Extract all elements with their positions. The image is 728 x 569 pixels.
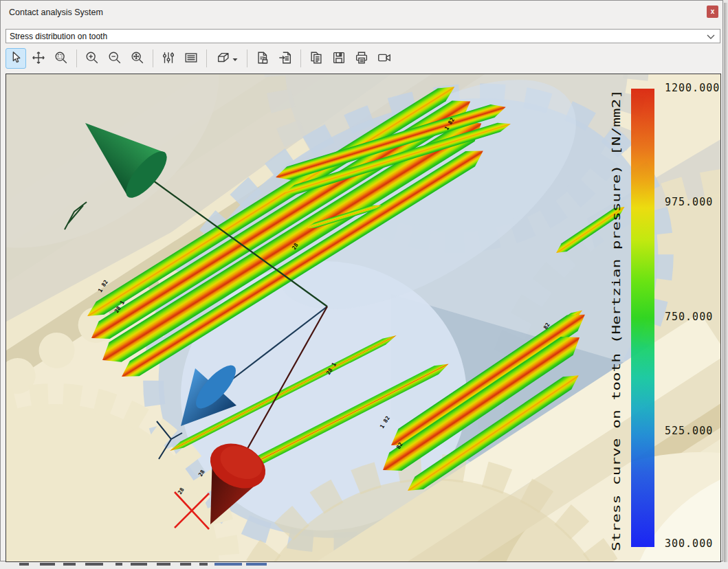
floppy-disk-icon (331, 50, 346, 67)
toolbar-separator (300, 49, 301, 67)
dropdown-caret-icon (232, 54, 238, 64)
toolbar (5, 45, 395, 71)
zoom-fit-icon (130, 50, 145, 67)
pan-arrows-icon (31, 50, 46, 67)
pan-button[interactable] (28, 48, 49, 69)
toolbar-separator (247, 49, 247, 67)
zoom-fit-button[interactable] (127, 48, 148, 69)
legend-list-button[interactable] (181, 48, 201, 69)
print-button[interactable] (351, 48, 372, 69)
report-protected-button[interactable] (252, 48, 273, 69)
window-title: Contact analysis System (9, 8, 103, 17)
document-import-icon (278, 50, 293, 67)
zoom-in-icon (85, 50, 100, 67)
colorbar-tick: 300.000 (665, 537, 713, 550)
colorbar-tick: 975.000 (665, 196, 713, 208)
close-button[interactable]: x (707, 5, 718, 18)
3d-viewport[interactable]: 1 82 28 1 28 28 1 1 82 82 82 1 82 28 28 … (5, 74, 721, 562)
cube-3d-icon (216, 50, 231, 67)
window-shadow (724, 3, 728, 566)
filter-sliders-button[interactable] (158, 48, 179, 69)
colorbar-tick: 525.000 (665, 425, 713, 437)
colorbar-tick: 1200.000 (665, 82, 720, 94)
zoom-out-button[interactable] (104, 48, 125, 69)
copy-button[interactable] (306, 48, 327, 69)
video-camera-icon (377, 50, 392, 67)
printer-icon (354, 50, 369, 67)
cursor-icon (8, 50, 23, 67)
scene-canvas: 1 82 28 1 28 28 1 1 82 82 82 1 82 28 28 … (6, 74, 720, 561)
record-video-button[interactable] (374, 48, 395, 69)
save-button[interactable] (329, 48, 349, 69)
contact-analysis-window: Contact analysis System x Stress distrib… (0, 0, 723, 561)
chevron-down-icon (707, 32, 715, 41)
result-type-dropdown[interactable]: Stress distribution on tooth (5, 29, 720, 43)
report-edit-button[interactable] (275, 48, 296, 69)
screen: Contact analysis System x Stress distrib… (0, 0, 728, 569)
zoom-in-button[interactable] (82, 48, 102, 69)
select-button[interactable] (5, 48, 26, 69)
colorbar-title: Stress curve on tooth (Hertzian pressure… (610, 89, 623, 551)
colorbar (631, 89, 654, 547)
result-type-value: Stress distribution on tooth (10, 32, 107, 41)
copy-icon (309, 50, 324, 67)
view-3d-button[interactable] (212, 48, 242, 69)
toolbar-separator (206, 49, 207, 67)
colorbar-tick: 750.000 (665, 311, 713, 323)
list-icon (184, 50, 199, 67)
toolbar-separator (153, 49, 153, 67)
sliders-icon (161, 50, 176, 67)
zoom-out-icon (107, 50, 122, 67)
document-lock-icon (255, 50, 270, 67)
zoom-window-button[interactable] (51, 48, 71, 69)
zoom-window-icon (54, 50, 69, 67)
clipped-status-strip (0, 562, 728, 569)
titlebar: Contact analysis System x (1, 1, 723, 25)
toolbar-separator (76, 49, 77, 67)
